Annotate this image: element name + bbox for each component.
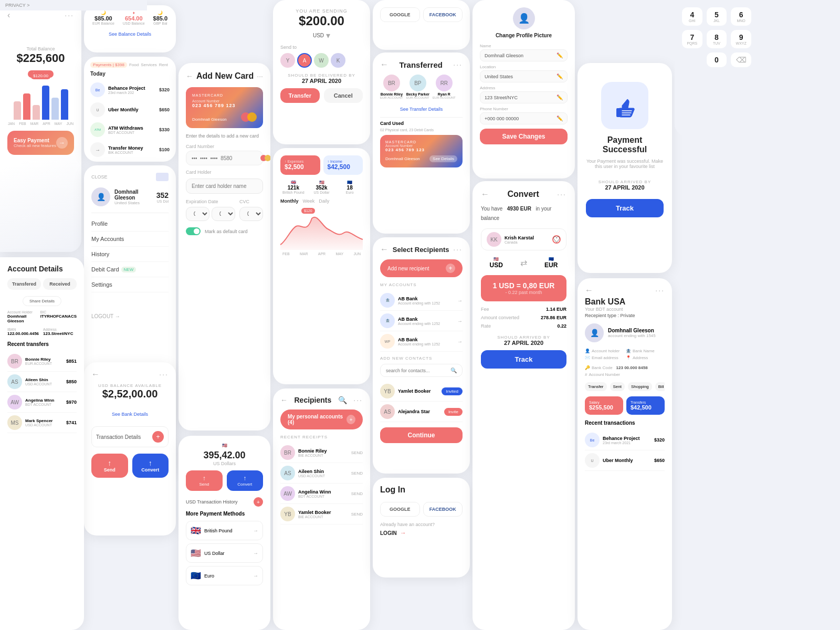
convert-btn-main[interactable]: ↑ Convert (132, 454, 169, 478)
track-btn[interactable]: Track (481, 350, 566, 369)
bank-back[interactable]: ← (585, 286, 593, 295)
my-accounts-add[interactable]: + (346, 415, 355, 424)
avatar-4[interactable]: K (331, 53, 345, 68)
tab-bill[interactable]: Bill (655, 382, 665, 391)
rec-aileen-send[interactable]: SEND (351, 471, 363, 476)
my-accounts-tab[interactable]: My personal accounts (4) (288, 414, 346, 425)
tab-monthly[interactable]: Monthly (280, 198, 299, 204)
rec-yamlet-send[interactable]: SEND (351, 512, 363, 517)
convert-back[interactable]: ← (481, 190, 489, 199)
key-0[interactable]: 0 (707, 52, 727, 67)
convert-dots[interactable]: ··· (557, 190, 566, 198)
transfer-btn[interactable]: Transfer (280, 88, 320, 103)
exp-year-select[interactable]: 0 (212, 207, 235, 221)
add-card-dots[interactable]: ··· (257, 72, 263, 80)
add-recipient-btn[interactable]: Add new recipient (387, 266, 429, 271)
yamlet-invited-btn[interactable]: Invited (442, 387, 463, 395)
cp-address-edit[interactable]: ✏️ (556, 94, 563, 100)
rec-bonnie-send[interactable]: SEND (351, 450, 363, 455)
ab2-arrow[interactable]: → (457, 318, 463, 324)
sel-rec-back[interactable]: ← (380, 245, 388, 254)
nav-settings[interactable]: Settings (91, 277, 169, 292)
nav-profile[interactable]: Profile (91, 216, 169, 232)
recipients-back[interactable]: ← (280, 396, 288, 404)
save-changes-btn[interactable]: Save Changes (480, 129, 568, 144)
cp-phone-edit[interactable]: ✏️ (556, 116, 563, 121)
add-recipient-plus[interactable]: + (446, 264, 455, 273)
card-number-input[interactable] (192, 155, 258, 161)
success-track-btn[interactable]: Track (586, 199, 664, 217)
bp-arrow[interactable]: → (253, 528, 258, 533)
key-6[interactable]: 6 MNO (731, 7, 751, 26)
card-holder-input[interactable] (186, 178, 263, 194)
filter-food[interactable]: Food (129, 62, 139, 67)
search-contacts-input[interactable] (386, 368, 447, 373)
key-8[interactable]: 8 TUV (707, 30, 727, 48)
default-card-toggle[interactable] (186, 227, 201, 235)
recipients-search-icon[interactable]: 🔍 (338, 396, 347, 404)
cp-name-edit[interactable]: ✏️ (556, 52, 563, 58)
exp-month-select[interactable]: 0 (186, 207, 209, 221)
recipients-dots[interactable]: ··· (353, 396, 363, 404)
bank-dots[interactable]: ··· (655, 286, 665, 295)
filter-payments[interactable]: Payments | $398 (90, 62, 127, 68)
see-transfer-details[interactable]: See Transfer Details (400, 107, 443, 112)
key-4[interactable]: 4 GHI (682, 7, 702, 26)
alejandra-invite-btn[interactable]: Invite (444, 408, 463, 416)
euro-arrow[interactable]: → (253, 573, 258, 579)
key-5[interactable]: 5 JKL (707, 7, 727, 26)
tab-sent[interactable]: Sent (610, 382, 625, 391)
ab1-arrow[interactable]: → (457, 298, 463, 303)
nav-my-accounts[interactable]: My Accounts (91, 232, 169, 247)
convert-heart-icon[interactable]: ♡ (552, 235, 561, 244)
login-google-btn[interactable]: GOOGLE (380, 502, 420, 517)
see-bank-link[interactable]: See Bank Details (112, 412, 148, 417)
tab-received[interactable]: Received (43, 278, 77, 290)
tab-week[interactable]: Week (303, 198, 315, 204)
cp-location-edit[interactable]: ✏️ (556, 74, 563, 79)
nav-history[interactable]: History (91, 247, 169, 262)
login-arrow[interactable]: → (400, 529, 406, 537)
avatar-1[interactable]: Y (280, 53, 295, 68)
login-facebook-btn[interactable]: FACEBOOK (423, 502, 463, 517)
account-ab2[interactable]: 🏦 AB Bank Account ending with 1252 → (380, 311, 463, 331)
add-card-back[interactable]: ← (186, 72, 193, 80)
tx-history-add[interactable]: + (254, 497, 263, 507)
account-ab1[interactable]: 🏦 AB Bank Account ending with 1252 → (380, 290, 463, 311)
cvc-select[interactable]: 0 (239, 207, 263, 221)
easy-payment-icon[interactable]: → (56, 137, 68, 149)
transferred-back[interactable]: ← (380, 60, 388, 69)
logout-btn[interactable]: LOGOUT → (91, 313, 169, 319)
share-details-btn[interactable]: Share Details (23, 296, 61, 306)
close-label[interactable]: CLOSE (91, 174, 108, 180)
transferred-dots[interactable]: ··· (453, 60, 463, 69)
account-wells[interactable]: WF AB Bank Account ending with 1252 → (380, 331, 463, 352)
card-see-details[interactable]: See Details (429, 155, 457, 162)
tab-transfer[interactable]: Transfer (585, 382, 607, 391)
usd-dots[interactable]: ··· (159, 370, 169, 379)
wells-arrow[interactable]: → (457, 339, 463, 344)
nav-debit-card[interactable]: Debit Card NEW (91, 262, 169, 277)
filter-services[interactable]: Services (141, 62, 157, 67)
rec-angelina-send[interactable]: SEND (351, 491, 363, 496)
back-arrow[interactable]: ‹ (7, 10, 10, 20)
key-backspace[interactable]: ⌫ (731, 52, 751, 67)
usd-back[interactable]: ← (91, 370, 100, 379)
key-7[interactable]: 7 PQRS (682, 30, 702, 48)
tab-daily[interactable]: Daily (319, 198, 329, 204)
tab-transfered[interactable]: Transfered (7, 278, 41, 290)
see-balance-details[interactable]: See Balance Details (109, 32, 151, 37)
facebook-btn[interactable]: FACEBOOK (423, 7, 463, 22)
avatar-3[interactable]: W (314, 53, 329, 68)
continue-btn[interactable]: Continue (380, 427, 463, 443)
tx-details-btn[interactable]: + (152, 431, 164, 443)
usd-arrow[interactable]: → (253, 550, 258, 556)
send-btn[interactable]: ↑ Send (91, 454, 128, 478)
google-btn[interactable]: GOOGLE (380, 7, 420, 22)
cancel-btn[interactable]: Cancel (324, 88, 363, 103)
tab-shopping[interactable]: Shopping (628, 382, 652, 391)
sel-rec-dots[interactable]: ··· (453, 245, 463, 254)
filter-rent[interactable]: Rent (159, 62, 168, 67)
pm-convert-btn[interactable]: ↑ Convert (227, 470, 264, 491)
avatar-2[interactable]: A (297, 53, 312, 68)
